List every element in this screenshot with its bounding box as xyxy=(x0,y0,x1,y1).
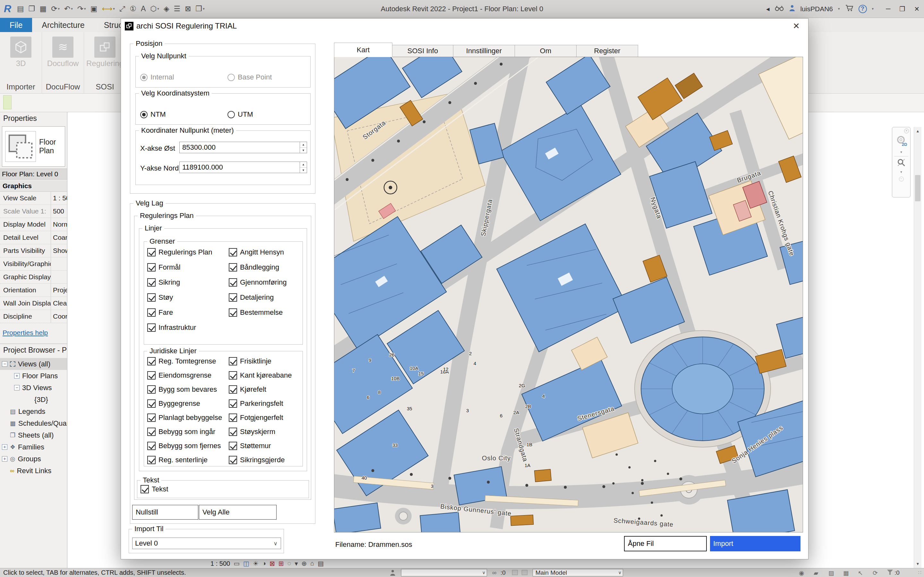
property-row[interactable]: Display ModelNorma xyxy=(0,218,67,231)
layer-checkbox-kjørefelt[interactable]: Kjørefelt xyxy=(229,385,292,394)
layer-checkbox-båndlegging[interactable]: Båndlegging xyxy=(229,263,287,271)
checkbox-icon[interactable] xyxy=(229,385,237,394)
file-menu-icon[interactable]: ▤ xyxy=(17,5,24,13)
tree-item-floor-plans[interactable]: +Floor Plans xyxy=(0,370,67,382)
checkbox-icon[interactable] xyxy=(229,428,237,436)
tag-icon[interactable]: ① xyxy=(129,5,136,13)
ribbon-tab-file[interactable]: File xyxy=(0,18,32,32)
velg-alle-button[interactable]: Velg Alle xyxy=(199,505,276,520)
layer-checkbox-kant-kjøreabane[interactable]: Kant kjøreabane xyxy=(229,371,292,380)
back-arrow-icon[interactable]: ◂ xyxy=(766,5,770,13)
save-icon[interactable]: ▦ xyxy=(39,5,47,13)
checkbox-icon[interactable] xyxy=(147,324,156,332)
checkbox-icon[interactable] xyxy=(147,248,156,256)
radio-icon[interactable] xyxy=(228,74,235,81)
tree-expander-icon[interactable]: − xyxy=(2,361,7,367)
press-drag-icon[interactable]: ↖ xyxy=(858,569,863,577)
worksets-dropdown[interactable]: ∨ xyxy=(401,569,487,576)
redo-icon[interactable]: ↷▾ xyxy=(78,5,86,13)
layer-checkbox-støy[interactable]: Støy xyxy=(147,293,212,301)
store-cart-icon[interactable] xyxy=(845,5,853,13)
status-box-icon[interactable] xyxy=(512,570,518,575)
layer-checkbox-frisiktlinje[interactable]: Frisiktlinje xyxy=(229,357,292,366)
tree-item-revit-links[interactable]: ∞Revit Links xyxy=(0,465,67,477)
radio-utm[interactable]: UTM xyxy=(228,110,253,119)
layer-checkbox-bestemmelse[interactable]: Bestemmelse xyxy=(229,308,287,317)
tree-item-legends[interactable]: ▤Legends xyxy=(0,406,67,417)
checkbox-icon[interactable] xyxy=(141,485,149,493)
measure-icon[interactable]: ⟷▾ xyxy=(102,5,115,13)
layer-checkbox-bygg-som-bevares[interactable]: Bygg som bevares xyxy=(147,385,222,394)
checkbox-icon[interactable] xyxy=(229,278,237,287)
view-selector[interactable]: Floor Plan: Level 0 xyxy=(0,169,67,179)
layer-checkbox-angitt-hensyn[interactable]: Angitt Hensyn xyxy=(229,248,287,256)
layer-checkbox-støttemur[interactable]: Støttemur xyxy=(229,442,292,450)
layer-checkbox-planlagt-bebyggelse[interactable]: Planlagt bebyggelse xyxy=(147,414,222,422)
checkbox-icon[interactable] xyxy=(229,308,237,317)
switch-windows-icon[interactable]: ❒▾ xyxy=(196,5,205,13)
property-row[interactable]: Graphic Display Options xyxy=(0,271,67,284)
username[interactable]: luisPDAN6 xyxy=(800,5,833,13)
tree-expander-icon[interactable]: + xyxy=(2,444,7,450)
layer-checkbox-fotgjengerfelt[interactable]: Fotgjengerfelt xyxy=(229,414,292,422)
aligned-dimension-icon[interactable]: ⤢ xyxy=(120,5,125,13)
steering-wheel-2d-icon[interactable]: 2D xyxy=(895,135,907,148)
layer-checkbox-sikringsgjerde[interactable]: Sikringsgjerde xyxy=(229,456,292,464)
waves-icon[interactable]: ≋ xyxy=(52,37,73,58)
checkbox-icon[interactable] xyxy=(229,400,237,408)
resize-grip-icon[interactable]: ∷ xyxy=(918,570,922,576)
tree-item-groups[interactable]: +◎Groups xyxy=(0,453,67,465)
sun-path-icon[interactable]: ☀ xyxy=(253,560,258,567)
property-row[interactable]: View Scale1 : 50 xyxy=(0,192,67,205)
help-icon[interactable]: ? xyxy=(859,5,867,13)
checkbox-icon[interactable] xyxy=(147,442,156,450)
links-icon[interactable]: ▦ xyxy=(843,569,849,577)
layer-checkbox-eiendomsgrense[interactable]: Eiendomsgrense xyxy=(147,371,222,380)
tree-expander-icon[interactable]: + xyxy=(2,456,7,462)
design-options-dropdown[interactable]: Main Model∨ xyxy=(533,569,623,576)
open-file-button[interactable]: Åpne Fil xyxy=(624,536,707,551)
property-row[interactable]: Detail LevelCoars xyxy=(0,231,67,244)
visual-style-icon[interactable]: ◫ xyxy=(243,560,249,567)
zoom-menu-caret-icon[interactable]: ▾ xyxy=(900,170,902,174)
layer-checkbox-bebygg-som-fjernes[interactable]: Bebygg som fjernes xyxy=(147,442,222,450)
layer-checkbox-reg-senterlinje[interactable]: Reg. senterlinje xyxy=(147,456,222,464)
layer-checkbox-regulerings-plan[interactable]: Regulerings Plan xyxy=(147,248,212,256)
dialog-tab-kart[interactable]: Kart xyxy=(334,43,393,57)
design-options-icon[interactable]: ▨ xyxy=(829,569,834,577)
radio-internal[interactable]: Internal xyxy=(140,73,174,81)
import-button[interactable]: Import xyxy=(710,536,800,551)
scroll-up-icon[interactable]: ▲ xyxy=(914,127,921,135)
revit-logo[interactable]: R xyxy=(4,3,11,15)
scroll-down-icon[interactable]: ▼ xyxy=(914,560,921,568)
layer-checkbox-fare[interactable]: Fare xyxy=(147,308,212,317)
section-icon[interactable]: ◈ xyxy=(164,5,170,13)
layer-checkbox-byggegrense[interactable]: Byggegrense xyxy=(147,400,222,408)
checkbox-icon[interactable] xyxy=(229,357,237,366)
layer-checkbox-bebygg-som-ingår[interactable]: Bebygg som ingår xyxy=(147,428,222,436)
import-level-dropdown[interactable]: Level 0 ∨ xyxy=(132,538,281,549)
close-icon[interactable]: ✕ xyxy=(914,5,919,13)
tree-expander-icon[interactable]: + xyxy=(14,373,19,379)
vertical-scrollbar[interactable]: ▲ ▼ xyxy=(914,127,921,568)
dialog-tab-register[interactable]: Register xyxy=(577,45,638,57)
y-akse-spinner[interactable]: ▲▼ xyxy=(300,162,307,173)
layer-checkbox-gjennomføring[interactable]: Gjennomføring xyxy=(229,278,287,287)
print-icon[interactable]: ▣ xyxy=(90,5,97,13)
checkbox-icon[interactable] xyxy=(147,357,156,366)
radio-icon[interactable] xyxy=(140,74,148,81)
overlapping-squares-icon[interactable] xyxy=(94,37,115,58)
search-icon[interactable] xyxy=(775,5,784,13)
checkbox-icon[interactable] xyxy=(229,456,237,464)
layer-checkbox-støyskjerm[interactable]: Støyskjerm xyxy=(229,428,292,436)
tree-item-sheets-all-[interactable]: ❐Sheets (all) xyxy=(0,429,67,441)
checkbox-icon[interactable] xyxy=(229,293,237,301)
checkbox-icon[interactable] xyxy=(229,371,237,380)
cube-icon[interactable] xyxy=(10,37,31,58)
open-icon[interactable]: ❐ xyxy=(29,5,35,13)
detail-level-icon[interactable]: ▭ xyxy=(234,560,240,567)
analytical-model-icon[interactable]: ▤ xyxy=(318,560,324,567)
navbar-collapse-icon[interactable]: − xyxy=(899,177,904,181)
tree-item-schedules-quantities-all-[interactable]: ▦Schedules/Quantities (all) xyxy=(0,417,67,429)
property-row[interactable]: Parts VisibilityShow xyxy=(0,244,67,258)
